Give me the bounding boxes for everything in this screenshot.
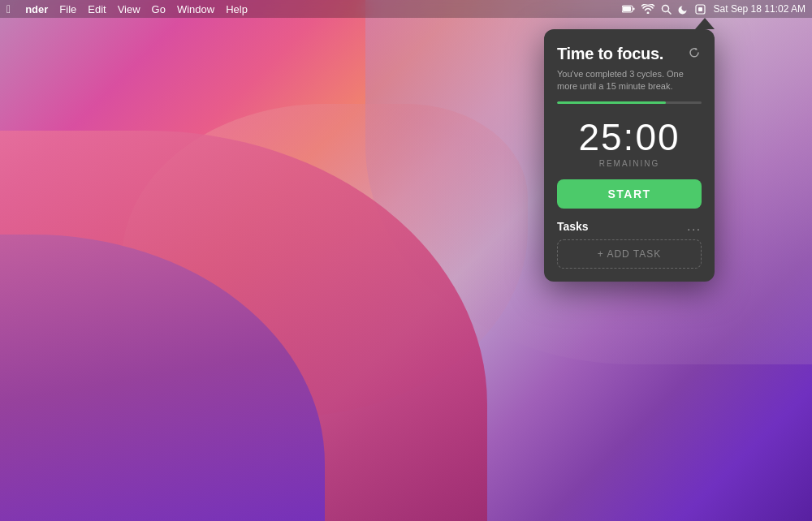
app-name[interactable]: nder: [25, 3, 48, 15]
tasks-label: Tasks: [557, 220, 589, 233]
svg-rect-6: [698, 7, 702, 11]
svg-rect-1: [623, 6, 631, 11]
menu-edit[interactable]: Edit: [88, 3, 106, 15]
menu-view[interactable]: View: [118, 3, 140, 15]
progress-bar-container: [557, 101, 702, 104]
popup-title: Time to focus.: [557, 44, 663, 63]
menu-file[interactable]: File: [59, 3, 76, 15]
wifi-icon: [641, 4, 654, 14]
battery-charged-icon: [622, 5, 635, 13]
screen-record-icon[interactable]: [695, 4, 706, 15]
menu-window[interactable]: Window: [177, 3, 214, 15]
start-button[interactable]: START: [557, 179, 702, 209]
tasks-header: Tasks ...: [557, 220, 702, 233]
menubar-right: Sat Sep 18 11:02 AM: [622, 3, 806, 15]
menubar-left:  nder File Edit View Go Window Help: [6, 2, 248, 15]
menu-go[interactable]: Go: [152, 3, 166, 15]
popup-container: Time to focus. You've completed 3 cycles…: [544, 18, 715, 282]
popup-subtitle: You've completed 3 cycles. One more unti…: [557, 68, 702, 93]
popup-card: Time to focus. You've completed 3 cycles…: [544, 29, 715, 282]
svg-line-4: [667, 11, 671, 14]
menubar:  nder File Edit View Go Window Help: [0, 0, 812, 18]
datetime: Sat Sep 18 11:02 AM: [714, 3, 806, 15]
add-task-button[interactable]: + ADD TASK: [557, 239, 702, 269]
timer-time: 25:00: [557, 118, 702, 156]
progress-bar-fill: [557, 101, 666, 104]
refresh-button[interactable]: [687, 45, 702, 60]
search-icon[interactable]: [661, 4, 672, 15]
status-icons: [622, 4, 706, 15]
timer-label: REMAINING: [557, 159, 702, 168]
popup-header: Time to focus.: [557, 44, 702, 63]
menu-help[interactable]: Help: [226, 3, 248, 15]
svg-rect-2: [633, 8, 634, 11]
dark-mode-icon[interactable]: [678, 4, 689, 15]
timer-display: 25:00: [557, 118, 702, 156]
popup-caret: [695, 18, 715, 29]
apple-menu[interactable]: : [6, 2, 11, 15]
tasks-more-button[interactable]: ...: [687, 220, 702, 233]
